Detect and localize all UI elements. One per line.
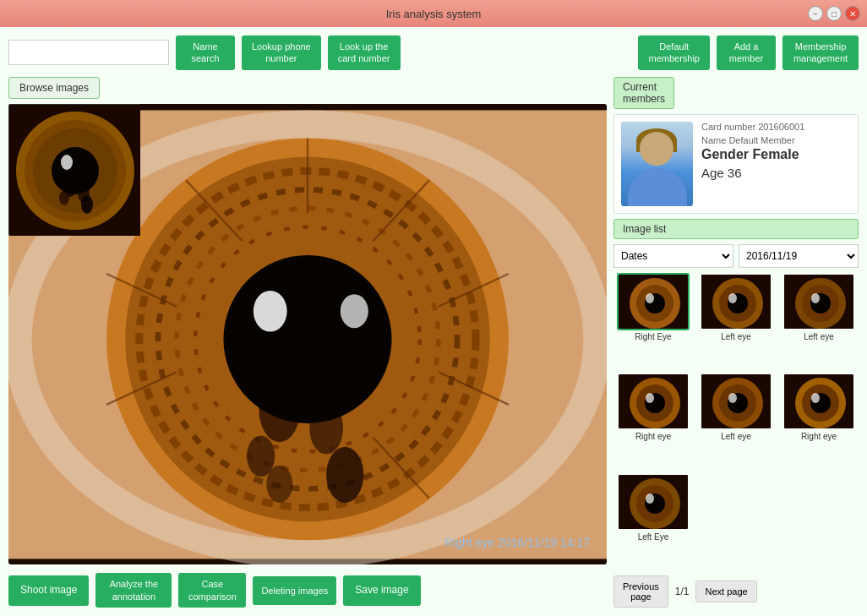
top-toolbar: Name search Lookup phone number Look up … — [8, 35, 859, 70]
restore-button[interactable]: □ — [826, 6, 842, 21]
svg-point-49 — [811, 293, 820, 303]
thumbnail-item[interactable]: Right eye — [613, 373, 693, 470]
thumb-image-wrap — [782, 373, 855, 430]
svg-point-32 — [81, 195, 93, 214]
image-list-label: Image list — [613, 219, 859, 239]
thumb-label: Right Eye — [635, 332, 671, 341]
member-avatar — [621, 122, 693, 206]
card-number: Card number 201606001 — [701, 122, 851, 132]
svg-point-19 — [266, 465, 292, 502]
thumb-label: Left eye — [721, 332, 751, 341]
current-members-label: Current members — [613, 77, 674, 109]
add-member-button[interactable]: Add a member — [717, 35, 776, 70]
thumbnail-inset-image — [9, 105, 140, 236]
image-caption: Right eye 2016/11/19 14:17 — [444, 536, 590, 549]
main-area: Browse images — [8, 77, 859, 608]
svg-point-34 — [61, 155, 73, 170]
image-container: Right eye 2016/11/19 14:17 — [8, 104, 607, 565]
bottom-toolbar: Shoot image Analyze the annotation Case … — [8, 570, 607, 608]
lookup-card-button[interactable]: Look up the card number — [328, 35, 401, 70]
svg-point-54 — [646, 393, 654, 403]
lookup-phone-button[interactable]: Lookup phone number — [242, 35, 321, 70]
thumb-image-wrap — [700, 273, 772, 330]
thumb-image-wrap — [617, 273, 690, 330]
thumbnail-item[interactable]: Left Eye — [613, 473, 693, 570]
thumb-image-wrap — [700, 373, 772, 430]
image-list-section: Image list Dates 2016/11/19 Right Eye Le… — [613, 219, 859, 608]
avatar-head — [640, 132, 673, 166]
name-search-button[interactable]: Name search — [176, 35, 235, 70]
pagination-row: Previous page 1/1 Next page — [613, 575, 859, 608]
content-area: Name search Lookup phone number Look up … — [0, 27, 867, 616]
filter-row: Dates 2016/11/19 — [613, 244, 859, 268]
deleting-images-button[interactable]: Deleting images — [253, 576, 336, 605]
svg-point-64 — [811, 393, 820, 403]
thumbnail-grid: Right Eye Left eye Left eye Right eye Le… — [613, 273, 859, 570]
analyze-annotation-button[interactable]: Analyze the annotation — [95, 573, 172, 608]
thumb-label: Left eye — [804, 332, 834, 341]
current-members-section: Current members Card number 201606001 Na… — [613, 77, 859, 214]
thumbnail-item[interactable]: Left eye — [779, 273, 859, 370]
member-age: Age 36 — [701, 166, 851, 180]
svg-point-39 — [646, 293, 654, 303]
svg-point-44 — [728, 293, 737, 303]
dates-select[interactable]: Dates — [613, 244, 733, 268]
next-page-button[interactable]: Next page — [695, 581, 756, 602]
member-card: Card number 201606001 Name Default Membe… — [613, 114, 859, 214]
thumb-label: Right eye — [635, 432, 671, 441]
save-image-button[interactable]: Save image — [343, 575, 420, 606]
thumbnail-item[interactable]: Left eye — [696, 273, 776, 370]
window-title: Iris analysis system — [386, 8, 482, 20]
membership-management-button[interactable]: Membership management — [782, 35, 859, 70]
page-info: 1/1 — [675, 586, 690, 597]
svg-point-21 — [226, 257, 390, 422]
thumb-label: Left Eye — [638, 532, 669, 542]
thumbnail-item[interactable]: Right eye — [779, 373, 859, 470]
window-controls: − □ ✕ — [808, 6, 860, 21]
member-info: Card number 201606001 Name Default Membe… — [701, 122, 851, 206]
member-gender: Gender Female — [701, 147, 851, 162]
thumbnail-inset — [8, 104, 139, 235]
thumb-image-wrap — [782, 273, 855, 330]
prev-page-button[interactable]: Previous page — [613, 575, 668, 608]
svg-point-18 — [326, 446, 363, 502]
left-panel: Browse images — [8, 77, 607, 608]
title-bar: Iris analysis system − □ ✕ — [0, 0, 867, 27]
thumb-image-wrap — [617, 373, 690, 430]
browse-images-button[interactable]: Browse images — [8, 77, 100, 99]
svg-point-33 — [52, 147, 99, 194]
thumb-label: Left eye — [721, 432, 751, 441]
svg-point-23 — [341, 294, 368, 328]
date-value-select[interactable]: 2016/11/19 — [739, 244, 859, 268]
thumb-image-wrap — [617, 473, 690, 531]
search-input[interactable] — [8, 40, 169, 65]
svg-point-59 — [728, 393, 737, 403]
minimize-button[interactable]: − — [808, 6, 823, 21]
svg-point-69 — [646, 493, 654, 504]
default-membership-button[interactable]: Default membership — [638, 35, 710, 70]
member-name-label: Name Default Member — [701, 135, 851, 145]
case-comparison-button[interactable]: Case comparison — [178, 573, 246, 608]
thumb-label: Right eye — [801, 432, 837, 441]
shoot-image-button[interactable]: Shoot image — [8, 575, 89, 606]
avatar-body — [628, 168, 687, 206]
main-window: Iris analysis system − □ ✕ Name search L… — [0, 0, 867, 616]
thumbnail-item[interactable]: Right Eye — [613, 273, 693, 370]
close-button[interactable]: ✕ — [845, 6, 860, 21]
svg-point-22 — [254, 291, 287, 332]
right-panel: Current members Card number 201606001 Na… — [613, 77, 859, 608]
thumbnail-item[interactable]: Left eye — [696, 373, 776, 470]
